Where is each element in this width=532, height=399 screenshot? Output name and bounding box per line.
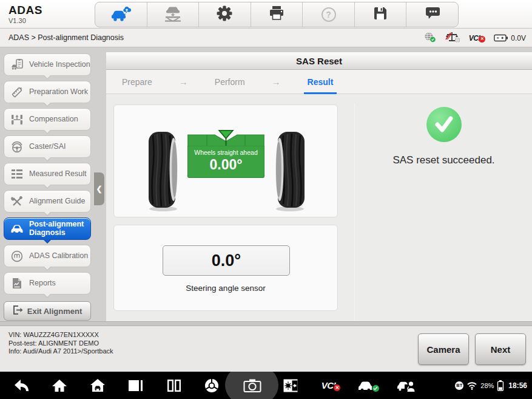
settings-button[interactable] (199, 2, 251, 27)
sidebar-item-post-alignment-diagnosis[interactable]: Post-alignment Diagnosis (4, 217, 91, 240)
help-button[interactable]: ? (303, 2, 355, 27)
workshop-button[interactable] (86, 372, 109, 399)
breadcrumb: ADAS > Post-alignment Diagnosis (8, 33, 124, 42)
top-bar: ADAS V1.30 (0, 0, 532, 29)
app-title: ADAS (8, 4, 42, 17)
back-icon (14, 378, 30, 393)
vehicle-button[interactable] (95, 2, 147, 27)
browser-button[interactable] (201, 372, 222, 399)
x-badge-icon: ✕ (333, 384, 341, 392)
browser-icon (204, 378, 219, 393)
sidebar-item-adas-calibration[interactable]: ADAS Calibration (4, 245, 91, 267)
sidebar-item-label: Alignment Guide (29, 197, 85, 206)
chat-icon (424, 5, 441, 24)
step-result[interactable]: Result (308, 70, 334, 94)
steering-wheel-icon (10, 141, 24, 153)
vehicle-inspection-icon (10, 59, 24, 70)
sidebar-item-vehicle-inspection[interactable]: Vehicle Inspection (4, 53, 91, 76)
report-icon (10, 278, 24, 289)
save-icon (372, 5, 388, 24)
step-prepare[interactable]: Prepare (122, 70, 152, 94)
vehicle-info-text: Info: Audi/Audi A7 2011>/Sportback (8, 347, 113, 356)
step-arrow-icon: → (272, 77, 281, 87)
sidebar-item-label: Preparation Work (29, 88, 88, 97)
sidebar-item-reports[interactable]: Reports (4, 272, 91, 295)
adas-calibration-icon (10, 250, 24, 262)
globe-check-icon (424, 32, 436, 45)
footer-bar: VIN: WAUZZZ4G7EN1XXXXX Post-test: ALIGNM… (0, 326, 532, 372)
sidebar-collapse-handle[interactable]: ❮ (94, 172, 104, 205)
sidebar-item-preparation-work[interactable]: Preparation Work (4, 81, 91, 103)
check-badge-icon (372, 384, 380, 392)
sidebar-item-measured-result[interactable]: Measured Result (4, 163, 91, 185)
left-tire-image (148, 132, 178, 214)
footer-divider (0, 321, 532, 326)
sensor-value: 0.0° (212, 251, 241, 270)
gear-icon (216, 5, 233, 24)
gauge-readout: Wheels straight ahead 0.00° (187, 146, 264, 178)
camera-button[interactable]: Camera (418, 333, 469, 365)
sensor-label: Steering angle sensor (114, 284, 337, 293)
save-button[interactable] (355, 2, 407, 27)
post-test-text: Post-test: ALIGNMENT DEMO (8, 339, 113, 348)
next-button[interactable]: Next (475, 333, 526, 365)
vehicle-icon (110, 5, 132, 24)
app-logo: ADAS V1.30 (8, 4, 42, 24)
print-button[interactable] (251, 2, 303, 27)
x-badge-icon: ✕ (479, 36, 485, 43)
home-button[interactable] (49, 372, 70, 399)
sidebar-item-label: Compensation (29, 115, 78, 124)
back-button[interactable] (10, 372, 34, 399)
aligner-offline-icon (445, 31, 460, 46)
recents-button[interactable] (125, 372, 147, 399)
step-perform[interactable]: Perform (215, 70, 245, 94)
toolbar: ? (95, 2, 459, 27)
remote-expert-button[interactable] (393, 372, 420, 399)
vehicle-connected-button[interactable] (355, 372, 382, 399)
lift-icon (163, 5, 183, 24)
exit-alignment-label: Exit Alignment (27, 307, 82, 316)
sidebar-item-label: Measured Result (29, 170, 87, 179)
home-icon (52, 378, 67, 393)
sidebar: Vehicle Inspection Preparation Work (4, 53, 91, 321)
bluetooth-badge: BT (455, 381, 463, 390)
car-icon (10, 223, 24, 234)
wheels-alignment-card: Wheels straight ahead 0.00° (113, 104, 338, 217)
wifi-icon (466, 381, 477, 390)
sidebar-item-label: Reports (29, 279, 56, 288)
vin-text: VIN: WAUZZZ4G7EN1XXXXX (8, 331, 113, 339)
vci-disconnected-icon: VCI ✕ (469, 34, 486, 43)
exit-alignment-button[interactable]: Exit Alignment (4, 301, 91, 321)
battery-icon (494, 33, 508, 43)
screenshot-camera-button[interactable] (241, 372, 263, 399)
success-check-icon (426, 107, 462, 142)
sidebar-item-label: Post-alignment Diagnosis (29, 220, 90, 237)
tools-icon (10, 196, 24, 208)
right-tire-image (275, 132, 305, 214)
battery-percent: 28% (480, 382, 494, 389)
status-cluster: VCI ✕ 0.0V (424, 29, 526, 47)
lift-button[interactable] (147, 2, 200, 27)
feedback-button[interactable] (406, 2, 458, 27)
remote-expert-icon (397, 378, 416, 393)
preparation-work-icon (10, 86, 24, 98)
gauge-scale-icon (187, 130, 264, 146)
exit-icon (13, 305, 23, 317)
split-screen-button[interactable] (164, 372, 184, 399)
camera-icon (243, 378, 261, 393)
sidebar-item-alignment-guide[interactable]: Alignment Guide (4, 190, 91, 213)
voltage-value: 0.0V (511, 34, 526, 43)
display-capture-button[interactable] (280, 372, 301, 399)
vci-nav-button[interactable]: VCI ✕ (317, 372, 346, 399)
app-version: V1.30 (8, 17, 42, 24)
result-area: SAS reset succeeded. (355, 94, 532, 321)
sidebar-item-caster-sai[interactable]: Caster/SAI (4, 135, 91, 158)
toe-gauge: Wheels straight ahead 0.00° (187, 130, 264, 178)
sensor-value-box: 0.0° (163, 245, 290, 276)
measured-result-icon (10, 169, 24, 179)
result-message: SAS reset succeeded. (355, 154, 532, 166)
breadcrumb-bar: ADAS > Post-alignment Diagnosis (0, 29, 532, 47)
step-arrow-icon: → (179, 77, 188, 87)
sidebar-item-compensation[interactable]: Compensation (4, 108, 91, 131)
sidebar-item-label: Vehicle Inspection (29, 61, 90, 69)
